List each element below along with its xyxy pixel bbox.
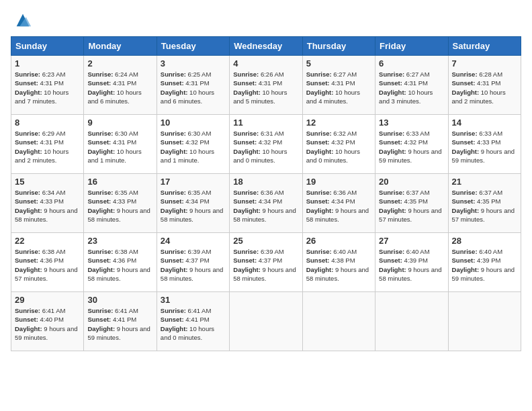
sunrise-label: Sunrise: 6:41 AM <box>161 307 212 314</box>
sunrise-label: Sunrise: 6:40 AM <box>379 248 430 255</box>
sunrise-label: Sunrise: 6:34 AM <box>15 189 66 196</box>
calendar-cell: 16Sunrise: 6:35 AMSunset: 4:33 PMDayligh… <box>84 174 157 233</box>
calendar-cell <box>448 292 521 351</box>
day-number: 26 <box>306 236 371 246</box>
sunset-label: Sunset: 4:31 PM <box>15 138 64 146</box>
day-info: Sunrise: 6:39 AMSunset: 4:37 PMDaylight:… <box>233 247 298 283</box>
daylight-label: Daylight: 9 hours and 58 minutes. <box>306 266 369 282</box>
day-number: 6 <box>379 58 444 68</box>
calendar-cell: 14Sunrise: 6:33 AMSunset: 4:33 PMDayligh… <box>448 115 521 174</box>
day-info: Sunrise: 6:41 AMSunset: 4:41 PMDaylight:… <box>161 306 226 342</box>
col-saturday: Saturday <box>448 37 521 56</box>
sunset-label: Sunset: 4:31 PM <box>161 79 210 87</box>
day-number: 27 <box>379 236 444 246</box>
sunset-label: Sunset: 4:31 PM <box>379 79 428 87</box>
sunrise-label: Sunrise: 6:30 AM <box>87 130 138 137</box>
day-info: Sunrise: 6:38 AMSunset: 4:36 PMDaylight:… <box>15 247 80 283</box>
day-number: 20 <box>379 177 444 187</box>
day-info: Sunrise: 6:40 AMSunset: 4:39 PMDaylight:… <box>379 247 444 283</box>
sunset-label: Sunset: 4:32 PM <box>306 138 355 146</box>
calendar-cell: 3Sunrise: 6:25 AMSunset: 4:31 PMDaylight… <box>157 56 229 115</box>
day-info: Sunrise: 6:40 AMSunset: 4:38 PMDaylight:… <box>306 247 371 283</box>
day-number: 15 <box>15 177 80 187</box>
sunrise-label: Sunrise: 6:35 AM <box>87 189 138 196</box>
daylight-label: Daylight: 10 hours and 7 minutes. <box>15 89 69 105</box>
sunset-label: Sunset: 4:34 PM <box>306 197 355 205</box>
calendar-cell: 5Sunrise: 6:27 AMSunset: 4:31 PMDaylight… <box>302 56 375 115</box>
day-number: 2 <box>87 58 152 68</box>
day-number: 21 <box>452 177 517 187</box>
col-monday: Monday <box>84 37 157 56</box>
daylight-label: Daylight: 10 hours and 3 minutes. <box>379 89 433 105</box>
daylight-label: Daylight: 9 hours and 59 minutes. <box>379 148 441 164</box>
sunrise-label: Sunrise: 6:28 AM <box>452 71 503 78</box>
calendar-cell: 28Sunrise: 6:40 AMSunset: 4:39 PMDayligh… <box>448 233 521 292</box>
daylight-label: Daylight: 9 hours and 58 minutes. <box>233 207 296 223</box>
sunrise-label: Sunrise: 6:26 AM <box>233 71 284 78</box>
sunrise-label: Sunrise: 6:38 AM <box>15 248 66 255</box>
calendar-body: 1Sunrise: 6:23 AMSunset: 4:31 PMDaylight… <box>11 56 521 351</box>
sunrise-label: Sunrise: 6:30 AM <box>161 130 212 137</box>
calendar-cell: 23Sunrise: 6:38 AMSunset: 4:36 PMDayligh… <box>84 233 157 292</box>
sunrise-label: Sunrise: 6:24 AM <box>87 71 138 78</box>
daylight-label: Daylight: 9 hours and 58 minutes. <box>87 266 150 282</box>
calendar-cell <box>375 292 448 351</box>
sunset-label: Sunset: 4:39 PM <box>379 257 428 264</box>
sunrise-label: Sunrise: 6:36 AM <box>306 189 357 196</box>
day-info: Sunrise: 6:24 AMSunset: 4:31 PMDaylight:… <box>87 70 152 105</box>
day-info: Sunrise: 6:35 AMSunset: 4:33 PMDaylight:… <box>87 188 152 224</box>
sunrise-label: Sunrise: 6:27 AM <box>306 71 357 78</box>
sunset-label: Sunset: 4:32 PM <box>161 138 210 146</box>
day-info: Sunrise: 6:34 AMSunset: 4:33 PMDaylight:… <box>15 188 80 224</box>
day-number: 29 <box>15 295 80 305</box>
sunrise-label: Sunrise: 6:39 AM <box>233 248 284 255</box>
daylight-label: Daylight: 10 hours and 0 minutes. <box>161 325 214 341</box>
sunrise-label: Sunrise: 6:33 AM <box>452 130 503 137</box>
sunset-label: Sunset: 4:33 PM <box>87 197 136 205</box>
daylight-label: Daylight: 10 hours and 0 minutes. <box>233 148 287 164</box>
daylight-label: Daylight: 9 hours and 59 minutes. <box>452 148 515 164</box>
sunrise-label: Sunrise: 6:40 AM <box>306 248 357 255</box>
sunset-label: Sunset: 4:40 PM <box>15 316 64 323</box>
day-info: Sunrise: 6:37 AMSunset: 4:35 PMDaylight:… <box>379 188 444 224</box>
calendar-cell: 27Sunrise: 6:40 AMSunset: 4:39 PMDayligh… <box>375 233 448 292</box>
calendar-week-1: 1Sunrise: 6:23 AMSunset: 4:31 PMDaylight… <box>11 56 521 115</box>
daylight-label: Daylight: 10 hours and 0 minutes. <box>306 148 360 164</box>
daylight-label: Daylight: 9 hours and 58 minutes. <box>306 207 369 223</box>
calendar-cell: 11Sunrise: 6:31 AMSunset: 4:32 PMDayligh… <box>230 115 302 174</box>
day-number: 17 <box>161 177 226 187</box>
header-row: Sunday Monday Tuesday Wednesday Thursday… <box>11 37 521 56</box>
page: Sunday Monday Tuesday Wednesday Thursday… <box>0 0 532 411</box>
day-info: Sunrise: 6:27 AMSunset: 4:31 PMDaylight:… <box>306 70 371 105</box>
day-number: 14 <box>452 118 517 128</box>
calendar-cell: 31Sunrise: 6:41 AMSunset: 4:41 PMDayligh… <box>157 292 229 351</box>
sunset-label: Sunset: 4:34 PM <box>233 197 282 205</box>
sunset-label: Sunset: 4:32 PM <box>379 138 428 146</box>
sunset-label: Sunset: 4:35 PM <box>452 197 501 205</box>
day-info: Sunrise: 6:38 AMSunset: 4:36 PMDaylight:… <box>87 247 152 283</box>
day-number: 22 <box>15 236 80 246</box>
daylight-label: Daylight: 9 hours and 57 minutes. <box>379 207 441 223</box>
day-info: Sunrise: 6:35 AMSunset: 4:34 PMDaylight:… <box>161 188 226 224</box>
sunrise-label: Sunrise: 6:32 AM <box>306 130 357 137</box>
daylight-label: Daylight: 9 hours and 58 minutes. <box>379 266 441 282</box>
day-info: Sunrise: 6:25 AMSunset: 4:31 PMDaylight:… <box>161 70 226 105</box>
daylight-label: Daylight: 10 hours and 1 minute. <box>87 148 141 164</box>
day-number: 10 <box>161 118 226 128</box>
calendar-cell <box>230 292 302 351</box>
calendar-cell: 1Sunrise: 6:23 AMSunset: 4:31 PMDaylight… <box>11 56 84 115</box>
day-info: Sunrise: 6:40 AMSunset: 4:39 PMDaylight:… <box>452 247 517 283</box>
day-number: 30 <box>87 295 152 305</box>
day-number: 19 <box>306 177 371 187</box>
day-info: Sunrise: 6:39 AMSunset: 4:37 PMDaylight:… <box>161 247 226 283</box>
calendar-cell: 25Sunrise: 6:39 AMSunset: 4:37 PMDayligh… <box>230 233 302 292</box>
daylight-label: Daylight: 9 hours and 58 minutes. <box>87 207 150 223</box>
daylight-label: Daylight: 9 hours and 58 minutes. <box>161 266 223 282</box>
sunset-label: Sunset: 4:38 PM <box>306 257 355 264</box>
calendar-cell: 15Sunrise: 6:34 AMSunset: 4:33 PMDayligh… <box>11 174 84 233</box>
day-number: 4 <box>233 58 298 68</box>
daylight-label: Daylight: 10 hours and 5 minutes. <box>233 89 287 105</box>
day-number: 24 <box>161 236 226 246</box>
sunset-label: Sunset: 4:32 PM <box>233 138 282 146</box>
sunrise-label: Sunrise: 6:41 AM <box>87 307 138 314</box>
